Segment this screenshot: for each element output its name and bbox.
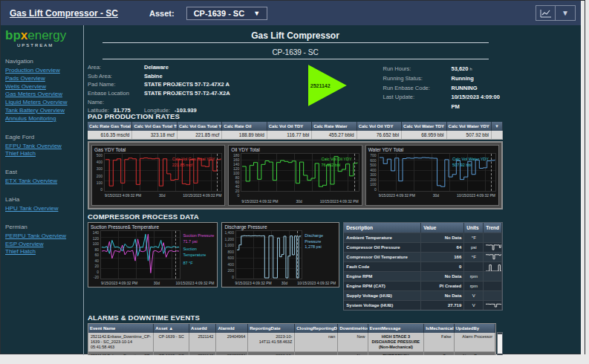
table-row[interactable]: Engine RPM (CAT) PI Created rpm bbox=[344, 281, 502, 290]
filter-icon[interactable]: ▼ bbox=[492, 122, 503, 131]
table-row[interactable]: Compressor Oil Pressure 64 psi bbox=[344, 242, 502, 252]
pad-name-label: Pad Name: bbox=[88, 80, 141, 89]
column-header[interactable]: AssetId bbox=[189, 324, 216, 333]
column-header[interactable]: Calc Vol Water TDY bbox=[402, 122, 446, 131]
table-cell: Supply Voltage (HUB) bbox=[344, 291, 421, 300]
column-header[interactable]: Calc Vol Oil TDY bbox=[267, 122, 312, 131]
column-header[interactable]: Calc Rate Oil bbox=[222, 122, 267, 131]
column-header[interactable]: UpdatedBy bbox=[455, 324, 495, 333]
column-header[interactable]: ReportingDate bbox=[248, 324, 295, 333]
location-info: Area: Delaware Sub Area: Sabine Pad Name… bbox=[88, 63, 285, 109]
table-row[interactable]: Engine RPM No Data rpm bbox=[344, 271, 502, 281]
trend-chart-button[interactable] bbox=[536, 5, 556, 21]
axis-tick: 9/15/2023 4:09:32 PM bbox=[235, 281, 271, 285]
sidebar-item-production-overview[interactable]: Production Overview bbox=[5, 67, 79, 75]
sidebar-item-gas-meters-overview[interactable]: Gas Meters Overview bbox=[5, 91, 79, 99]
column-header[interactable]: Calc Vol Oil YDY bbox=[357, 122, 402, 131]
table-cell: psi bbox=[464, 243, 484, 252]
enbase-location-value: STATE PROJECTS 57-T2-47-X2A bbox=[144, 89, 285, 106]
main-header: Gas Lift Compressor CP-1639 - SC bbox=[88, 28, 503, 59]
sidebar-item-tank-battery-overview[interactable]: Tank Battery Overview bbox=[5, 107, 79, 115]
column-header[interactable]: Calc Rate Water bbox=[312, 122, 357, 131]
sidebar-item-liquid-meters-overview[interactable]: Liquid Meters Overview bbox=[5, 99, 79, 107]
asset-info-row: Area: Delaware Sub Area: Sabine Pad Name… bbox=[88, 63, 503, 109]
chart-legend: Discharge Pressure 1,278 psi bbox=[302, 230, 336, 279]
table-row[interactable]: Supply Voltage (HUB) No Data V bbox=[344, 290, 502, 300]
x-axis: 9/15/2023 4:09:32 PM30d10/15/2023 4:09:3… bbox=[231, 198, 359, 204]
column-header[interactable]: Units bbox=[464, 223, 484, 233]
axis-tick: 9/15/2023 4:09:32 PM bbox=[105, 193, 141, 198]
x-axis: 9/15/2023 4:09:32 PM30d10/15/2023 4:09:3… bbox=[91, 279, 215, 285]
nav-section-title: Navigation bbox=[5, 58, 79, 65]
sidebar-item-esp-overview[interactable]: ESP Overview bbox=[5, 241, 79, 249]
sidebar-item-thief-hatch-eagle-ford[interactable]: Thief Hatch bbox=[5, 150, 79, 158]
dropdown-menu-button[interactable]: ▼ bbox=[556, 5, 576, 21]
column-header[interactable]: Calc Vol Water YDY bbox=[447, 122, 492, 131]
subarea-value: Sabine bbox=[144, 72, 285, 81]
axis-tick: 10/15/2023 4:09:32 PM bbox=[183, 193, 221, 198]
nav-group-east: East bbox=[5, 169, 79, 175]
trend-sparkline bbox=[484, 282, 502, 290]
table-cell: 323.18 mcf bbox=[132, 131, 177, 140]
legend-value: 1,278 psi bbox=[305, 244, 336, 250]
column-header[interactable]: AlarmId bbox=[216, 324, 248, 333]
column-header[interactable]: Calc Vol Gas Total YDY bbox=[178, 122, 222, 131]
axis-tick: 500 bbox=[370, 163, 376, 167]
sidebar-item-thief-hatch-permian[interactable]: Thief Hatch bbox=[5, 248, 79, 256]
table-header-row: Description Value Units Trend bbox=[344, 223, 502, 233]
axis-tick: 300 bbox=[370, 172, 376, 177]
axis-tick: 800 bbox=[228, 250, 234, 254]
table-cell: 64 bbox=[421, 243, 464, 252]
column-header[interactable]: Event Name bbox=[88, 324, 154, 333]
column-header[interactable]: Asset ▲ bbox=[154, 324, 189, 333]
divider bbox=[102, 42, 489, 43]
column-header[interactable]: EventMessage bbox=[368, 324, 425, 333]
page-title-link[interactable]: Gas Lift Compressor - SC bbox=[10, 8, 118, 19]
column-header[interactable]: Calc Vol Gas Total TDY bbox=[132, 122, 177, 131]
axis-tick: 9/15/2023 4:09:32 PM bbox=[241, 199, 278, 204]
trend-sparkline bbox=[484, 291, 502, 300]
table-row[interactable]: Fault Code 0 bbox=[344, 261, 502, 271]
asset-dropdown[interactable]: CP-1639 - SC ▼ bbox=[186, 7, 267, 20]
table-cell: 2521142 bbox=[189, 333, 216, 352]
table-row[interactable]: Compressor Oil Temperature 166 °F bbox=[344, 252, 502, 261]
axis-tick: 30d bbox=[433, 193, 439, 198]
axis-tick: 400 bbox=[370, 168, 376, 172]
axis-tick: 1,400 bbox=[224, 230, 234, 235]
page-title: Gas Lift Compressor bbox=[251, 30, 339, 41]
column-header[interactable]: DowntimeHours bbox=[338, 324, 368, 333]
column-header[interactable]: Value bbox=[421, 223, 464, 233]
water-line-plot: Calc Vol Water YDY 507.92 bbl bbox=[378, 153, 496, 192]
sidebar-item-annulus-monitoring[interactable]: Annulus Monitoring bbox=[5, 115, 79, 123]
sidebar-item-pads-overview[interactable]: Pads Overview bbox=[5, 75, 79, 83]
sidebar-item-efpu-tank-overview[interactable]: EFPU Tank Overview bbox=[5, 143, 79, 151]
area-value: Delaware bbox=[144, 63, 285, 72]
axis-tick: 400 bbox=[97, 160, 102, 164]
column-header[interactable]: ClosingReportingDate bbox=[295, 324, 338, 333]
nav-group-permian: Permian bbox=[5, 224, 79, 230]
table-row[interactable]: Ambient Temperature No Data °F bbox=[344, 233, 502, 242]
divider bbox=[102, 59, 489, 59]
axis-tick: 400 bbox=[228, 262, 234, 267]
table-row[interactable]: 2521142.Enbase_Downtime_CP-1639 - SC_202… bbox=[88, 333, 495, 352]
column-header[interactable]: Description bbox=[344, 223, 421, 233]
running-status-value: Running bbox=[451, 74, 503, 84]
sidebar-item-etx-tank-overview[interactable]: ETX Tank Overview bbox=[5, 178, 79, 186]
column-header[interactable]: Trend bbox=[484, 223, 502, 233]
page-margin bbox=[581, 1, 585, 356]
sidebar-item-hpu-tank-overview[interactable]: HPU Tank Overview bbox=[5, 205, 79, 213]
table-cell: 616.35 mscfd bbox=[88, 131, 132, 140]
logo-bp: bp bbox=[5, 28, 21, 42]
scrollbar-thumb[interactable] bbox=[498, 334, 502, 354]
sidebar-item-wells-overview[interactable]: Wells Overview bbox=[5, 83, 79, 91]
column-header[interactable]: Calc Rate Gas Total bbox=[88, 122, 132, 131]
last-update-label: Last Update: bbox=[383, 93, 446, 112]
sidebar-item-perpu-tank-overview[interactable]: PERPU Tank Overview bbox=[5, 233, 79, 241]
chart-title: Water YDY Total bbox=[368, 147, 496, 152]
bpx-energy-logo: bpxenergy bbox=[5, 29, 79, 42]
pad-production-rates-section: PAD PRODUCTION RATES Calc Rate Gas Total… bbox=[88, 112, 503, 209]
table-cell: 2023-10-14T11:41:58.463Z bbox=[248, 333, 295, 352]
column-header[interactable]: IsMechanical bbox=[424, 324, 454, 333]
running-status-label: Running Status: bbox=[383, 74, 446, 84]
table-row[interactable]: System Voltage (HUB) 27.719 V bbox=[344, 300, 502, 310]
